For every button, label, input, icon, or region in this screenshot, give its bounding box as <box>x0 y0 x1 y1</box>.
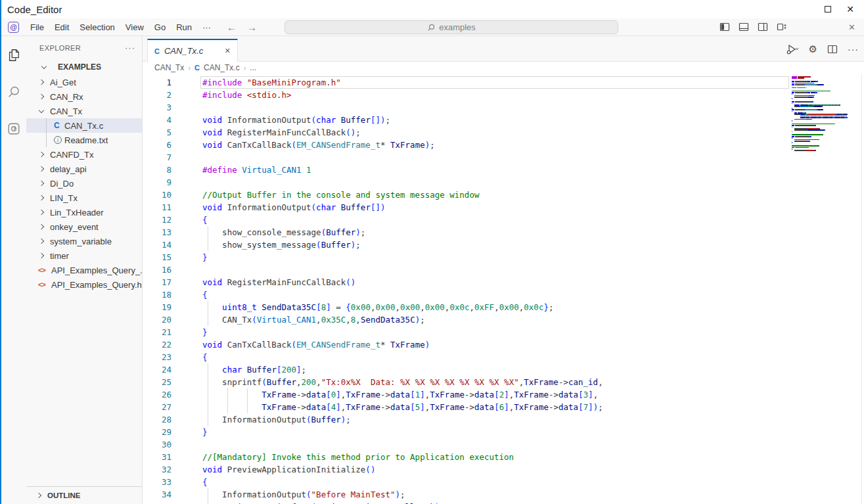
forward-arrow-icon[interactable]: → <box>247 22 257 33</box>
line-number[interactable]: 12 <box>143 214 171 226</box>
menu-run[interactable]: Run <box>171 20 197 34</box>
line-number[interactable]: 15 <box>143 251 171 263</box>
tree-item-can-tx-c[interactable]: CCAN_Tx.c <box>26 118 142 133</box>
line-number[interactable]: 11 <box>143 201 171 214</box>
editor-more-actions-icon[interactable]: ··· <box>848 44 859 55</box>
code-line-21[interactable]: 21} <box>143 326 790 338</box>
search-input[interactable]: examples <box>284 20 618 34</box>
code-line-9[interactable]: 9 <box>143 176 790 189</box>
tree-item-ai-get[interactable]: Ai_Get <box>26 75 142 89</box>
tree-item-api-examples-query[interactable]: <>API_Examples_Query_... <box>26 263 142 277</box>
tree-item-canfd-tx[interactable]: CANFD_Tx <box>26 147 142 162</box>
code-line-15[interactable]: 15} <box>143 251 790 263</box>
tree-item-delay-api[interactable]: delay_api <box>26 162 142 176</box>
tree-item-system-variable[interactable]: system_variable <box>26 234 142 248</box>
tree-item-lin-txheader[interactable]: Lin_TxHeader <box>26 205 142 219</box>
code-line-28[interactable]: 28 InformationOutput(Buffer); <box>143 413 790 426</box>
line-number[interactable]: 9 <box>143 176 171 189</box>
code-line-32[interactable]: 32void PreviewApplicationInitialize() <box>143 463 790 476</box>
breadcrumb-file[interactable]: CAN_Tx.c <box>204 63 240 72</box>
code-line-5[interactable]: 5void RegisterMainFuncCallBack(); <box>143 126 790 139</box>
code-line-12[interactable]: 12{ <box>143 214 790 226</box>
code-line-25[interactable]: 25 snprintf(Buffer,200,"Tx:0x%X Data: %X… <box>143 376 790 388</box>
line-number[interactable]: 16 <box>143 263 171 276</box>
code-line-33[interactable]: 33{ <box>143 476 790 488</box>
menu-go[interactable]: Go <box>149 20 171 34</box>
code-line-23[interactable]: 23{ <box>143 351 790 363</box>
files-icon[interactable] <box>5 47 22 64</box>
line-number[interactable]: 28 <box>143 413 171 426</box>
close-window-button[interactable]: ✕ <box>844 3 856 15</box>
line-number[interactable]: 30 <box>143 438 171 451</box>
line-number[interactable]: 31 <box>143 451 171 463</box>
line-number[interactable]: 3 <box>143 101 171 114</box>
back-arrow-icon[interactable]: ← <box>227 22 237 33</box>
toggle-panel-icon[interactable] <box>739 22 749 32</box>
code-line-1[interactable]: 1#include "BaseMiniProgram.h" <box>143 76 790 89</box>
line-number[interactable]: 27 <box>143 401 171 413</box>
code-line-22[interactable]: 22void CanTxCallBack(EM_CANSendFrame_t* … <box>143 338 790 351</box>
line-number[interactable]: 13 <box>143 226 171 239</box>
tree-item-readme-txt[interactable]: iReadme.txt <box>26 133 142 147</box>
search-sidebar-icon[interactable] <box>5 83 22 101</box>
app-tool-icon[interactable] <box>5 120 22 137</box>
code-line-27[interactable]: 27 TxFrame->data[4],TxFrame->data[5],TxF… <box>143 401 790 413</box>
breadcrumb-symbol[interactable]: ... <box>250 63 256 72</box>
code-line-30[interactable]: 30 <box>143 438 790 451</box>
line-number[interactable]: 22 <box>143 338 171 351</box>
line-number[interactable]: 10 <box>143 189 171 201</box>
minimap[interactable] <box>790 74 864 504</box>
menu-selection[interactable]: Selection <box>74 20 120 34</box>
line-number[interactable]: 4 <box>143 114 171 126</box>
code-line-2[interactable]: 2#include <stdio.h> <box>143 89 790 101</box>
code-line-10[interactable]: 10//Output Buffer in the console and sys… <box>143 189 790 201</box>
menu-more[interactable]: ··· <box>197 20 216 34</box>
code-line-19[interactable]: 19 uint8_t SendData35C[8] = {0x00,0x00,0… <box>143 301 790 313</box>
line-number[interactable]: 34 <box>143 488 171 501</box>
code-line-26[interactable]: 26 TxFrame->data[0],TxFrame->data[1],TxF… <box>143 388 790 401</box>
maximize-button[interactable] <box>822 3 834 15</box>
run-icon[interactable] <box>786 44 799 55</box>
tree-item-di-do[interactable]: Di_Do <box>26 176 142 191</box>
code-line-24[interactable]: 24 char Buffer[200]; <box>143 363 790 376</box>
menu-file[interactable]: File <box>25 20 49 34</box>
code-line-31[interactable]: 31//[Mandatory] Invoke this method prior… <box>143 451 790 463</box>
line-number[interactable]: 18 <box>143 288 171 301</box>
toggle-sidebar-icon[interactable] <box>719 22 730 32</box>
line-number[interactable]: 26 <box>143 388 171 401</box>
code-line-14[interactable]: 14 show_system_message(Buffer); <box>143 239 790 251</box>
line-number[interactable]: 14 <box>143 239 171 251</box>
line-number[interactable]: 23 <box>143 351 171 363</box>
line-number[interactable]: 24 <box>143 363 171 376</box>
toggle-secondary-sidebar-icon[interactable] <box>758 22 768 32</box>
code-line-34[interactable]: 34 InformationOutput("Before MainTest"); <box>143 488 790 501</box>
code-line-13[interactable]: 13 show_console_message(Buffer); <box>143 226 790 239</box>
code-line-20[interactable]: 20 CAN_Tx(Virtual_CAN1,0x35C,8,SendData3… <box>143 313 790 326</box>
code-line-16[interactable]: 16 <box>143 263 790 276</box>
line-number[interactable]: 8 <box>143 164 171 176</box>
section-outline[interactable]: OUTLINE <box>26 486 142 504</box>
explorer-more-actions-icon[interactable]: ··· <box>125 43 135 53</box>
section-examples[interactable]: EXAMPLES <box>26 59 142 75</box>
menu-view[interactable]: View <box>120 20 149 34</box>
code-line-35[interactable]: 35 register_main_func(RegisterMainFuncCa… <box>143 501 790 504</box>
line-number[interactable]: 33 <box>143 476 171 488</box>
code-line-3[interactable]: 3 <box>143 101 790 114</box>
line-number[interactable]: 1 <box>143 76 171 89</box>
code-line-7[interactable]: 7 <box>143 151 790 164</box>
line-number[interactable]: 20 <box>143 313 171 326</box>
line-number[interactable]: 21 <box>143 326 171 338</box>
tab-can-tx-c[interactable]: C CAN_Tx.c ✕ <box>147 39 238 62</box>
line-number[interactable]: 35 <box>143 501 171 504</box>
line-number[interactable]: 2 <box>143 89 171 101</box>
menu-close-icon[interactable]: ✕ <box>848 22 855 32</box>
line-number[interactable]: 7 <box>143 151 171 164</box>
tree-item-lin-tx[interactable]: LIN_Tx <box>26 191 142 205</box>
settings-gear-icon[interactable]: ⚙ <box>809 43 817 55</box>
code-line-29[interactable]: 29} <box>143 426 790 438</box>
tab-close-icon[interactable]: ✕ <box>225 47 231 55</box>
tree-item-api-examples-query-h[interactable]: <>API_Examples_Query.h... <box>26 277 142 292</box>
tree-item-timer[interactable]: timer <box>26 248 142 263</box>
line-number[interactable]: 19 <box>143 301 171 313</box>
menu-edit[interactable]: Edit <box>49 20 74 34</box>
